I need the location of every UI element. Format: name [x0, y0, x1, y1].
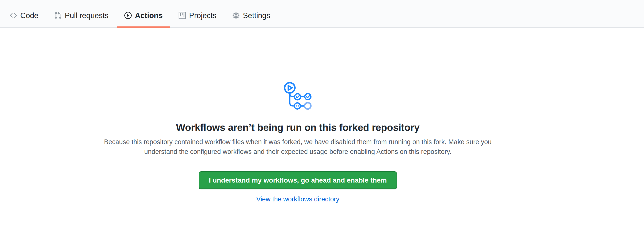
blankslate-heading: Workflows aren’t being run on this forke… — [0, 121, 596, 134]
tab-projects[interactable]: Projects — [171, 4, 224, 27]
link-row: View the workflows directory — [0, 194, 596, 204]
tab-code-label: Code — [20, 12, 38, 19]
actions-disabled-blankslate: Workflows aren’t being run on this forke… — [0, 28, 596, 204]
gear-icon — [232, 12, 240, 19]
tab-pull-requests-label: Pull requests — [65, 12, 108, 19]
repo-nav: Code Pull requests Actions Projects — [0, 0, 644, 28]
git-pull-request-icon — [54, 12, 62, 19]
tab-pull-requests[interactable]: Pull requests — [47, 4, 116, 27]
tab-actions[interactable]: Actions — [117, 4, 170, 27]
code-icon — [10, 12, 17, 19]
tab-settings-label: Settings — [243, 12, 270, 19]
tab-actions-label: Actions — [135, 12, 163, 19]
tab-projects-label: Projects — [189, 12, 216, 19]
view-workflows-directory-link[interactable]: View the workflows directory — [256, 195, 339, 203]
main-content: Workflows aren’t being run on this forke… — [0, 28, 596, 204]
blankslate-description: Because this repository contained workfl… — [95, 137, 500, 157]
play-icon — [124, 12, 132, 19]
project-icon — [178, 12, 186, 19]
tab-code[interactable]: Code — [2, 4, 46, 27]
workflow-graph-icon — [284, 81, 312, 111]
tab-settings[interactable]: Settings — [225, 4, 278, 27]
enable-workflows-button[interactable]: I understand my workflows, go ahead and … — [198, 171, 397, 189]
